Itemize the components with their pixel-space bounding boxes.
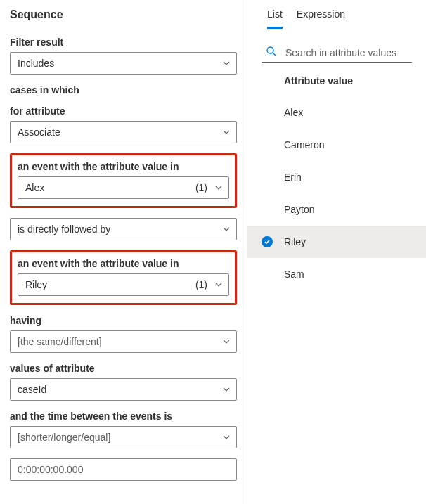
event2-select[interactable]: Riley (1)	[18, 273, 229, 296]
for-attribute-group: for attribute Associate	[10, 105, 237, 143]
list-item[interactable]: Alex	[247, 96, 426, 129]
chevron-down-icon	[222, 433, 231, 441]
time-between-placeholder: [shorter/longer/equal]	[18, 432, 110, 443]
list-item-label: Cameron	[284, 139, 325, 150]
chevron-down-icon	[214, 183, 223, 192]
check-holder	[262, 236, 284, 247]
filter-result-label: Filter result	[10, 37, 237, 48]
for-attribute-select[interactable]: Associate	[10, 121, 237, 143]
event1-count: (1)	[195, 182, 207, 193]
list-item[interactable]: Erin	[247, 161, 426, 193]
relation-value: is directly followed by	[18, 224, 110, 235]
values-of-select[interactable]: caseId	[10, 378, 237, 401]
attribute-list: AlexCameronErinPaytonRileySam	[247, 96, 426, 290]
tab-expression[interactable]: Expression	[297, 4, 345, 29]
filter-result-group: Filter result Includes	[10, 37, 237, 75]
tab-list[interactable]: List	[267, 4, 283, 29]
list-item-label: Payton	[284, 204, 315, 215]
chevron-down-icon	[222, 385, 231, 394]
for-attribute-label: for attribute	[10, 105, 237, 117]
event1-value: Alex	[25, 182, 44, 193]
sequence-panel: Sequence Filter result Includes cases in…	[0, 0, 247, 504]
list-header: Attribute value	[247, 63, 426, 96]
list-item-label: Sam	[284, 269, 304, 280]
chevron-down-icon	[222, 225, 231, 233]
event2-value: Riley	[25, 279, 47, 290]
cases-in-label: cases in which	[10, 84, 237, 96]
relation-group: is directly followed by	[10, 218, 237, 240]
chevron-down-icon	[222, 337, 231, 346]
time-between-label: and the time between the events is	[10, 411, 237, 422]
list-item-label: Erin	[284, 172, 302, 183]
search-icon	[266, 46, 277, 59]
page-title: Sequence	[10, 8, 237, 21]
event2-count: (1)	[195, 279, 207, 290]
list-item-label: Alex	[284, 107, 303, 118]
duration-input[interactable]: 0:00:00:00.000	[10, 458, 237, 481]
tabs: List Expression	[247, 4, 426, 29]
search-input[interactable]: Search in attribute values	[262, 46, 412, 63]
list-item[interactable]: Cameron	[247, 129, 426, 161]
having-group: having [the same/different]	[10, 315, 237, 353]
filter-result-value: Includes	[18, 58, 54, 69]
time-between-group: and the time between the events is [shor…	[10, 411, 237, 448]
event1-select[interactable]: Alex (1)	[18, 176, 229, 199]
attribute-panel: List Expression Search in attribute valu…	[247, 0, 426, 504]
list-item-label: Riley	[284, 236, 306, 247]
chevron-down-icon	[222, 59, 231, 67]
chevron-down-icon	[222, 128, 231, 136]
having-placeholder: [the same/different]	[18, 336, 102, 347]
relation-select[interactable]: is directly followed by	[10, 218, 237, 240]
chevron-down-icon	[214, 280, 223, 289]
values-of-value: caseId	[18, 384, 46, 395]
list-item[interactable]: Riley	[247, 226, 426, 258]
check-icon	[262, 236, 273, 247]
filter-result-select[interactable]: Includes	[10, 52, 237, 75]
svg-point-0	[267, 47, 273, 53]
event2-highlight: an event with the attribute value in Ril…	[10, 250, 237, 305]
time-between-select[interactable]: [shorter/longer/equal]	[10, 426, 237, 448]
event1-label: an event with the attribute value in	[18, 161, 229, 172]
svg-line-1	[273, 53, 276, 56]
for-attribute-value: Associate	[18, 127, 60, 138]
list-item[interactable]: Sam	[247, 258, 426, 290]
duration-value: 0:00:00:00.000	[18, 464, 83, 475]
values-of-label: values of attribute	[10, 363, 237, 374]
event2-label: an event with the attribute value in	[18, 258, 229, 269]
search-placeholder: Search in attribute values	[285, 47, 396, 58]
values-of-group: values of attribute caseId	[10, 363, 237, 401]
having-label: having	[10, 315, 237, 326]
event1-highlight: an event with the attribute value in Ale…	[10, 153, 237, 208]
having-select[interactable]: [the same/different]	[10, 330, 237, 353]
duration-group: 0:00:00:00.000	[10, 458, 237, 481]
list-item[interactable]: Payton	[247, 193, 426, 226]
